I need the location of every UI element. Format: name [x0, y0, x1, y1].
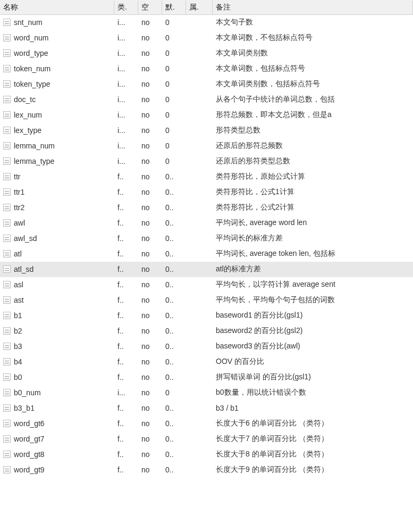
- cell-null: no: [138, 310, 162, 321]
- cell-remark: 本文单词数，不包括标点符号: [213, 31, 413, 44]
- header-remark[interactable]: 备注: [213, 1, 413, 14]
- field-name-text: b0_num: [14, 388, 41, 397]
- field-icon: [3, 188, 11, 196]
- table-row[interactable]: b3_b1f..no0..b3 / b1: [0, 401, 413, 416]
- cell-remark: baseword1 的百分比(gsl1): [213, 309, 413, 322]
- cell-default: 0..: [162, 263, 186, 275]
- cell-name: lemma_type: [0, 155, 114, 167]
- field-icon: [3, 451, 11, 458]
- table-row[interactable]: snt_numi...no0本文句子数: [0, 15, 413, 30]
- cell-default: 0: [162, 109, 186, 121]
- header-attr[interactable]: 属.: [186, 1, 213, 14]
- cell-null: no: [138, 387, 162, 398]
- table-row[interactable]: atlf..no0..平均词长, average token len, 包括标: [0, 246, 413, 262]
- field-name-text: lemma_num: [14, 142, 55, 150]
- cell-type: i...: [114, 63, 138, 74]
- cell-type: i...: [114, 155, 138, 167]
- cell-type: f..: [114, 263, 138, 275]
- table-row[interactable]: atl_sdf..no0..atl的标准方差: [0, 262, 413, 277]
- table-row[interactable]: word_gt9f..no0..长度大于9 的单词百分比 （类符）: [0, 462, 413, 478]
- table-row[interactable]: ttr2f..no0..类符形符比，公式2计算: [0, 200, 413, 215]
- cell-name: word_gt6: [0, 418, 114, 429]
- field-name-text: b1: [14, 311, 22, 320]
- table-row[interactable]: word_numi...no0本文单词数，不包括标点符号: [0, 30, 413, 46]
- table-row[interactable]: word_gt7f..no0..长度大于7 的单词百分比 （类符）: [0, 431, 413, 447]
- table-row[interactable]: token_typei...no0本文单词类别数，包括标点符号: [0, 77, 413, 92]
- cell-null: no: [138, 294, 162, 306]
- cell-default: 0: [162, 124, 186, 136]
- field-icon: [3, 173, 11, 180]
- cell-attr: [186, 21, 213, 24]
- cell-default: 0..: [162, 356, 186, 368]
- table-row[interactable]: word_typei...no0本文单词类别数: [0, 46, 413, 61]
- cell-remark: 类符形符比，原始公式计算: [213, 170, 413, 183]
- cell-default: 0..: [162, 232, 186, 244]
- cell-null: no: [138, 16, 162, 28]
- cell-null: no: [138, 124, 162, 136]
- table-row[interactable]: lemma_typei...no0还原后的形符类型总数: [0, 154, 413, 169]
- table-row[interactable]: b2f..no0..baseword2 的百分比(gsl2): [0, 323, 413, 339]
- table-row[interactable]: word_gt6f..no0..长度大于6 的单词百分比 （类符）: [0, 416, 413, 431]
- cell-type: f..: [114, 310, 138, 321]
- cell-type: i...: [114, 16, 138, 28]
- cell-remark: atl的标准方差: [213, 263, 413, 276]
- cell-name: snt_num: [0, 16, 114, 28]
- table-row[interactable]: awlf..no0..平均词长, average word len: [0, 215, 413, 231]
- field-icon: [3, 296, 11, 304]
- table-header-row: 名称 类. 空 默. 属. 备注: [0, 0, 413, 15]
- cell-null: no: [138, 464, 162, 476]
- table-row[interactable]: b3f..no0..baseword3 的百分比(awl): [0, 339, 413, 354]
- cell-null: no: [138, 171, 162, 182]
- table-row[interactable]: b4f..no0..OOV 的百分比: [0, 354, 413, 370]
- cell-remark: 平均句长，平均每个句子包括的词数: [213, 294, 413, 306]
- table-row[interactable]: awl_sdf..no0..平均词长的标准方差: [0, 231, 413, 246]
- table-row[interactable]: word_gt8f..no0..长度大于8 的单词百分比 （类符）: [0, 447, 413, 462]
- header-type[interactable]: 类.: [114, 1, 138, 14]
- table-row[interactable]: doc_tci...no0从各个句子中统计的单词总数，包括: [0, 92, 413, 107]
- cell-null: no: [138, 433, 162, 445]
- cell-attr: [186, 314, 213, 317]
- cell-remark: 平均词长的标准方差: [213, 232, 413, 245]
- cell-null: no: [138, 94, 162, 105]
- table-row[interactable]: ttr1f..no0..类符形符比，公式1计算: [0, 185, 413, 200]
- cell-default: 0..: [162, 433, 186, 445]
- cell-type: f..: [114, 325, 138, 337]
- table-row[interactable]: token_numi...no0本文单词数，包括标点符号: [0, 61, 413, 77]
- table-row[interactable]: b0_numi...no0b0数量，用以统计错误个数: [0, 385, 413, 401]
- cell-name: word_num: [0, 32, 114, 44]
- field-icon: [3, 34, 11, 41]
- cell-remark: 长度大于7 的单词百分比 （类符）: [213, 433, 413, 445]
- table-row[interactable]: astf..no0..平均句长，平均每个句子包括的词数: [0, 293, 413, 308]
- field-icon: [3, 219, 11, 227]
- field-name-text: b3_b1: [14, 404, 35, 412]
- cell-attr: [186, 376, 213, 379]
- cell-default: 0: [162, 47, 186, 59]
- cell-default: 0..: [162, 340, 186, 352]
- table-row[interactable]: lemma_numi...no0还原后的形符总频数: [0, 138, 413, 154]
- cell-attr: [186, 329, 213, 332]
- cell-name: word_type: [0, 47, 114, 59]
- table-row[interactable]: lex_typei...no0形符类型总数: [0, 123, 413, 138]
- table-row[interactable]: aslf..no0..平均句长，以字符计算 average sent: [0, 277, 413, 293]
- table-row[interactable]: b1f..no0..baseword1 的百分比(gsl1): [0, 308, 413, 323]
- cell-name: atl_sd: [0, 263, 114, 275]
- field-icon: [3, 250, 11, 257]
- cell-default: 0: [162, 63, 186, 74]
- cell-name: b0_num: [0, 387, 114, 398]
- table-row[interactable]: lex_numi...no0形符总频数，即本文总词数，但是a: [0, 107, 413, 123]
- cell-default: 0: [162, 155, 186, 167]
- cell-remark: baseword2 的百分比(gsl2): [213, 325, 413, 337]
- cell-attr: [186, 36, 213, 39]
- header-name[interactable]: 名称: [0, 1, 114, 14]
- table-row[interactable]: ttrf..no0..类符形符比，原始公式计算: [0, 169, 413, 185]
- cell-type: f..: [114, 418, 138, 429]
- header-null[interactable]: 空: [138, 1, 162, 14]
- cell-type: i...: [114, 387, 138, 398]
- cell-null: no: [138, 140, 162, 152]
- cell-attr: [186, 129, 213, 132]
- header-default[interactable]: 默.: [162, 1, 186, 14]
- field-name-text: awl_sd: [14, 234, 37, 243]
- cell-null: no: [138, 155, 162, 167]
- table-row[interactable]: b0f..no0..拼写错误单词 的百分比(gsl1): [0, 370, 413, 385]
- cell-attr: [186, 268, 213, 271]
